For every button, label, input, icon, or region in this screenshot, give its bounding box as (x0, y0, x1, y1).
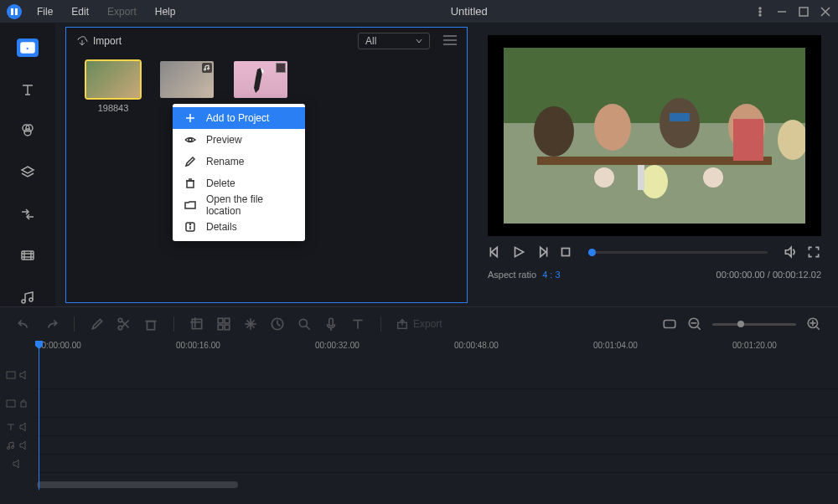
export-button[interactable]: Export (396, 316, 442, 332)
sidebar-text[interactable] (17, 80, 39, 99)
track-head[interactable] (0, 361, 34, 388)
undo-button[interactable] (17, 316, 32, 332)
svg-rect-48 (670, 113, 690, 121)
svg-rect-101 (7, 400, 15, 407)
next-frame-button[interactable] (535, 244, 550, 260)
svg-rect-1 (15, 8, 18, 15)
text-tool-button[interactable] (350, 316, 365, 332)
svg-marker-59 (541, 247, 546, 256)
preview-progress[interactable] (588, 251, 768, 254)
zoom-out-button[interactable] (687, 316, 702, 332)
folder-icon (184, 199, 196, 211)
track-head[interactable] (0, 389, 34, 417)
svg-marker-17 (22, 167, 34, 173)
svg-line-94 (697, 327, 700, 329)
svg-marker-109 (13, 460, 18, 468)
media-thumbnail[interactable] (86, 61, 140, 98)
svg-rect-20 (22, 251, 34, 260)
playhead[interactable] (39, 341, 39, 490)
zoom-button[interactable] (297, 316, 312, 332)
pencil-icon (184, 156, 196, 167)
video-track-1[interactable] (37, 361, 838, 389)
volume-button[interactable] (783, 244, 798, 260)
app-logo (7, 4, 22, 19)
extra-track[interactable] (37, 455, 838, 473)
track-head[interactable] (0, 418, 34, 435)
svg-rect-75 (225, 325, 230, 330)
sidebar-media[interactable] (17, 39, 39, 57)
stop-button[interactable] (558, 244, 573, 260)
timeline-toolbar: Export (0, 307, 838, 341)
menu-file[interactable]: File (28, 3, 61, 21)
menu-edit[interactable]: Edit (63, 3, 97, 21)
svg-marker-108 (20, 441, 25, 450)
context-menu: Add to Project Preview Rename Delete Ope… (173, 104, 305, 241)
preview-info: Aspect ratio 4 : 3 00:00:00.00 / 00:00:1… (488, 270, 821, 280)
ctx-details[interactable]: Details (173, 216, 305, 238)
text-track[interactable] (37, 418, 838, 436)
svg-marker-105 (20, 423, 25, 431)
ctx-delete[interactable]: Delete (173, 172, 305, 194)
sidebar-overlays[interactable] (17, 163, 39, 182)
timeline-ruler[interactable]: 00:00:00.00 00:00:16.00 00:00:32.00 00:0… (0, 341, 838, 361)
video-track-2[interactable] (37, 389, 838, 418)
media-toolbar: Import All (66, 28, 467, 54)
preview-viewport (488, 35, 821, 236)
track-head[interactable] (0, 436, 34, 454)
horizontal-scrollbar[interactable] (37, 481, 238, 488)
split-button[interactable] (116, 316, 132, 332)
titlebar: File Edit Export Help Untitled (0, 0, 838, 23)
play-button[interactable] (511, 244, 526, 260)
sidebar-filters[interactable] (17, 121, 39, 140)
speed-button[interactable] (270, 316, 285, 332)
svg-point-4 (759, 14, 761, 16)
voiceover-button[interactable] (323, 316, 339, 332)
sidebar-transitions[interactable] (17, 205, 39, 224)
sidebar-elements[interactable] (17, 247, 39, 265)
freeze-button[interactable] (243, 316, 258, 332)
aspect-ratio-value[interactable]: 4 : 3 (542, 270, 560, 280)
progress-handle[interactable] (588, 249, 596, 256)
svg-rect-99 (7, 372, 15, 378)
edit-button[interactable] (90, 316, 105, 332)
redo-button[interactable] (44, 316, 59, 332)
sidebar-music[interactable] (17, 288, 39, 306)
menu-help[interactable]: Help (147, 3, 184, 21)
ctx-add-to-project[interactable]: Add to Project (173, 107, 305, 129)
svg-point-106 (7, 446, 9, 449)
zoom-handle[interactable] (737, 321, 744, 327)
close-icon[interactable] (820, 6, 831, 18)
more-icon[interactable] (754, 6, 766, 18)
ruler-label: 00:01:20.00 (732, 341, 777, 350)
svg-point-41 (190, 224, 191, 225)
list-view-toggle[interactable] (443, 34, 457, 49)
ruler-label: 00:00:32.00 (315, 341, 360, 350)
import-button[interactable]: Import (76, 35, 122, 47)
audio-track[interactable] (37, 436, 838, 455)
fit-button[interactable] (662, 316, 677, 332)
zoom-in-button[interactable] (806, 316, 821, 332)
media-thumbnail[interactable] (234, 61, 287, 98)
ctx-label: Preview (206, 134, 242, 146)
mosaic-button[interactable] (216, 316, 231, 332)
svg-marker-58 (515, 247, 524, 256)
fullscreen-button[interactable] (806, 244, 821, 260)
minimize-icon[interactable] (776, 6, 788, 18)
maximize-icon[interactable] (798, 6, 810, 18)
media-thumbnail[interactable] (160, 61, 214, 98)
prev-frame-button[interactable] (488, 244, 503, 260)
ctx-open-location[interactable]: Open the file location (173, 194, 305, 216)
ctx-rename[interactable]: Rename (173, 151, 305, 172)
delete-button[interactable] (143, 316, 158, 332)
svg-point-16 (24, 129, 31, 136)
media-item[interactable]: 198843 (86, 61, 140, 113)
menu-export: Export (99, 3, 145, 21)
svg-point-46 (594, 104, 631, 151)
crop-button[interactable] (189, 316, 204, 332)
menubar: File Edit Export Help (28, 3, 184, 21)
filter-dropdown[interactable]: All (358, 33, 430, 49)
zoom-slider[interactable] (712, 323, 796, 326)
ctx-preview[interactable]: Preview (173, 129, 305, 151)
svg-point-107 (11, 445, 13, 448)
track-head[interactable] (0, 455, 34, 472)
